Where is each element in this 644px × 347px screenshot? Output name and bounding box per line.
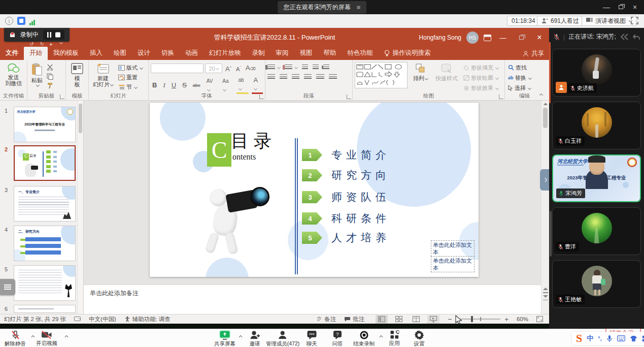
shapes-gallery[interactable]: [355, 62, 408, 88]
clipboard-dialog-launcher[interactable]: [60, 94, 64, 99]
find-button[interactable]: 查找: [508, 64, 527, 72]
layout-switch-icon[interactable]: [621, 34, 629, 40]
template-button[interactable]: 模板: [68, 62, 86, 88]
scroll-up-icon[interactable]: [544, 103, 548, 105]
zoom-in-button[interactable]: +: [500, 316, 513, 323]
font-dialog-launcher[interactable]: [259, 94, 264, 99]
tab-review[interactable]: 审阅: [270, 47, 294, 60]
drawing-dialog-launcher[interactable]: [499, 94, 503, 99]
tab-slideshow[interactable]: 幻灯片放映: [204, 47, 247, 60]
format-painter-icon[interactable]: [47, 82, 53, 89]
tab-mytemplates[interactable]: 我的模板: [48, 47, 84, 60]
ime-skin-icon[interactable]: [630, 335, 637, 342]
tellme-search[interactable]: 操作说明搜索: [379, 47, 436, 60]
decrease-indent-icon[interactable]: [302, 65, 308, 70]
zoom-slider-thumb[interactable]: [471, 316, 473, 322]
thumbnail-slide-3[interactable]: 一、专业简介: [14, 186, 76, 222]
tab-insert[interactable]: 插入: [84, 47, 108, 60]
canvas-scrollbar-thumb[interactable]: [543, 108, 548, 128]
shield-icon[interactable]: [17, 17, 25, 25]
thumbnail-slide-1[interactable]: 河北经贸大学 2023年管理科学与工程专业: [14, 107, 76, 142]
minimize-button[interactable]: —: [599, 1, 614, 13]
mic-options-chevron[interactable]: [31, 334, 35, 339]
return-icon[interactable]: [632, 34, 640, 40]
undo-icon[interactable]: ↺: [29, 41, 33, 47]
sidebar-scrollbar-thumb[interactable]: [550, 211, 552, 257]
tab-view[interactable]: 视图: [294, 47, 318, 60]
notes-pane[interactable]: 单击此处添加备注: [84, 285, 541, 314]
bullets-icon[interactable]: [267, 65, 275, 70]
paragraph-dialog-launcher[interactable]: [347, 94, 351, 99]
ime-keyboard-icon[interactable]: [617, 335, 625, 341]
zoom-slider[interactable]: [456, 319, 500, 320]
bold-icon[interactable]: B: [151, 81, 158, 89]
text-direction-icon[interactable]: [329, 74, 337, 80]
justify-icon[interactable]: [304, 74, 312, 80]
thumbnail-scrollbar[interactable]: [77, 101, 83, 314]
shape-outline-button[interactable]: 形状轮廓: [463, 74, 498, 82]
start-video-button[interactable]: 开启视频: [36, 330, 57, 347]
ppt-minimize-button[interactable]: —: [496, 30, 510, 45]
pause-recording-icon[interactable]: [47, 32, 51, 38]
ime-toolbox-icon[interactable]: [642, 335, 644, 342]
next-slide-icon[interactable]: [543, 295, 548, 298]
ppt-restore-button[interactable]: [515, 30, 528, 45]
increase-indent-icon[interactable]: [313, 65, 319, 70]
ime-mic-icon[interactable]: [606, 335, 613, 342]
slide-sorter-view-button[interactable]: [393, 315, 405, 324]
language-indicator[interactable]: 中文(中国): [85, 316, 120, 323]
reset-button[interactable]: 重置: [118, 73, 138, 81]
line-spacing-icon[interactable]: [323, 65, 329, 70]
thumbnail-slide-6[interactable]: [14, 305, 76, 313]
previous-slide-icon[interactable]: [543, 288, 548, 290]
cut-icon[interactable]: [47, 64, 53, 71]
thumbnail-slide-2[interactable]: C 目录: [14, 145, 76, 181]
stop-recording-icon[interactable]: [55, 32, 60, 38]
sogou-logo-icon[interactable]: S: [576, 332, 582, 345]
toc-item-5[interactable]: 5 人才培养: [302, 231, 390, 245]
paste-button[interactable]: 粘贴: [29, 62, 45, 87]
slideshow-icon[interactable]: ▸: [50, 41, 53, 47]
panel-expander[interactable]: [540, 169, 549, 191]
char-spacing-icon[interactable]: AV: [205, 77, 218, 93]
tab-help[interactable]: 帮助: [318, 47, 342, 60]
toc-item-3[interactable]: 3 师资队伍: [302, 190, 390, 204]
italic-icon[interactable]: I: [161, 81, 166, 89]
collapse-ribbon-icon[interactable]: [539, 90, 543, 100]
chat-button[interactable]: 聊天: [307, 330, 317, 347]
participant-tile[interactable]: 曹洋: [552, 207, 641, 255]
tab-design[interactable]: 设计: [132, 47, 156, 60]
grow-font-icon[interactable]: A^: [224, 64, 233, 73]
underline-icon[interactable]: U: [170, 81, 178, 89]
layout-button[interactable]: 版式: [118, 64, 143, 72]
close-button[interactable]: ×: [628, 1, 642, 13]
replace-button[interactable]: ab 替换: [508, 74, 531, 82]
align-left-icon[interactable]: [267, 74, 275, 80]
participant-tile[interactable]: 白玉祥: [552, 102, 641, 149]
ime-language-icon[interactable]: 中: [587, 334, 593, 343]
apps-button[interactable]: 应用: [389, 330, 400, 347]
new-slide-button[interactable]: 新建 幻灯片: [91, 62, 115, 89]
toc-item-1[interactable]: 1 专业简介: [302, 148, 390, 162]
arrange-button[interactable]: 排列: [411, 62, 430, 83]
stop-recording-button[interactable]: 结束录制: [353, 330, 375, 347]
align-center-icon[interactable]: [280, 74, 287, 80]
notes-toggle[interactable]: 备注: [312, 316, 340, 323]
participant-tile-active[interactable]: 河北经贸大学 2023年管理科学与工程专业 宋鸿芳: [552, 154, 641, 202]
qa-button[interactable]: ? 问答: [332, 330, 343, 347]
strikethrough-icon[interactable]: S: [181, 81, 188, 89]
highlight-icon[interactable]: ab: [236, 76, 249, 94]
slide[interactable]: C 目录 ontents 1 专业简介: [150, 103, 479, 277]
section-button[interactable]: 节: [118, 83, 137, 91]
thumbnail-scrollbar-thumb[interactable]: [79, 104, 82, 133]
font-color-icon[interactable]: A: [252, 76, 263, 94]
numbering-icon[interactable]: [285, 65, 292, 70]
participant-tile[interactable]: 王艳敏: [552, 260, 641, 308]
accessibility-indicator[interactable]: 辅助功能: 调查: [120, 316, 175, 323]
share-button[interactable]: 共享: [523, 49, 544, 58]
change-case-icon[interactable]: Aa: [221, 77, 233, 93]
viewers-count[interactable]: 691人看过: [537, 16, 584, 26]
tab-animations[interactable]: 动画: [180, 47, 204, 60]
shrink-font-icon[interactable]: Aˇ: [234, 64, 243, 73]
invite-button[interactable]: 邀请: [250, 330, 260, 347]
